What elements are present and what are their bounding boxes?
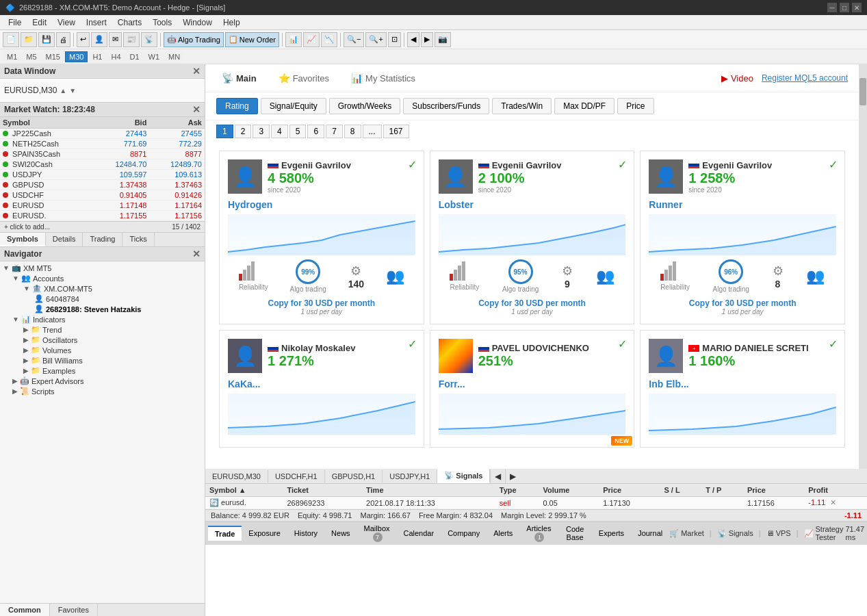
card-3-copy[interactable]: Copy for 30 USD per month 1 usd per day — [649, 298, 836, 316]
col-time[interactable]: Time — [362, 484, 495, 497]
card-3-name[interactable]: Runner — [649, 199, 836, 210]
card-4-name[interactable]: KaKa... — [228, 378, 415, 389]
signals-button[interactable]: 📡 — [141, 32, 157, 47]
undo-button[interactable]: ↩ — [77, 32, 90, 47]
mw-row[interactable]: USDJPY 109.597 109.613 — [0, 170, 205, 180]
page-5[interactable]: 5 — [289, 125, 307, 138]
menu-view[interactable]: View — [52, 16, 81, 29]
signals-nav-favorites[interactable]: ⭐ Favorites — [273, 70, 335, 86]
mw-col-bid[interactable]: Bid — [94, 117, 150, 129]
tree-acc-active[interactable]: 👤 26829188: Steven Hatzakis — [1, 304, 203, 314]
news-button[interactable]: 📰 — [123, 32, 140, 47]
data-window-prev[interactable]: ▲ — [60, 87, 66, 94]
mw-row[interactable]: EURUSD 1.17148 1.17164 — [0, 201, 205, 211]
mw-row[interactable]: EURUSD. 1.17155 1.17156 — [0, 211, 205, 221]
data-window-close[interactable]: ✕ — [192, 66, 200, 77]
zoom-in-button[interactable]: 🔍+ — [365, 32, 386, 47]
table-row[interactable]: 🔄 eurusd. 268969233 2021.08.17 18:11:33 … — [205, 497, 867, 509]
tree-accounts[interactable]: ▼ 👥 Accounts — [1, 273, 203, 283]
maximize-button[interactable]: □ — [840, 3, 849, 12]
signal-card-1[interactable]: 👤 Evgenii Gavrilov 4 580% since 2020 — [219, 151, 424, 324]
bottom-tab-history[interactable]: History — [287, 526, 324, 540]
chart-type-candle[interactable]: 📈 — [303, 32, 320, 47]
filter-rating[interactable]: Rating — [216, 98, 258, 114]
minimize-button[interactable]: ─ — [827, 3, 837, 12]
tf-d1[interactable]: D1 — [126, 51, 144, 62]
chart-tab-gbpusd[interactable]: GBPUSD,H1 — [325, 470, 383, 483]
signal-card-4[interactable]: 👤 Nikolay Moskalev 1 271% ✓ — [219, 330, 424, 448]
chart-type-line[interactable]: 📉 — [321, 32, 337, 47]
open-button[interactable]: 📁 — [21, 32, 37, 47]
card-2-name[interactable]: Lobster — [439, 199, 626, 210]
filter-trades-win[interactable]: Trades/Win — [492, 98, 552, 114]
page-4[interactable]: 4 — [271, 125, 288, 138]
tree-volumes[interactable]: ▶ 📁 Volumes — [1, 345, 203, 355]
profiles-button[interactable]: 👤 — [91, 32, 107, 47]
nav-tab-common[interactable]: Common — [0, 604, 50, 616]
signal-card-6[interactable]: 👤 MARIO DANIELE SCRETI 1 160% ✓ — [640, 330, 845, 448]
tf-w1[interactable]: W1 — [144, 51, 164, 62]
col-symbol[interactable]: Symbol ▲ — [205, 484, 283, 497]
bottom-tab-journal[interactable]: Journal — [631, 526, 669, 540]
tf-m5[interactable]: M5 — [22, 51, 40, 62]
menu-edit[interactable]: Edit — [27, 16, 52, 29]
mw-row[interactable]: GBPUSD 1.37438 1.37463 — [0, 180, 205, 190]
tf-m1[interactable]: M1 — [3, 51, 21, 62]
chart-tab-eurusd[interactable]: EURUSD,M30 — [205, 470, 268, 483]
bottom-tab-alerts[interactable]: Alerts — [487, 526, 519, 540]
filter-price[interactable]: Price — [617, 98, 654, 114]
signals-scroll-thumb[interactable] — [859, 78, 866, 105]
bottom-tab-calendar[interactable]: Calendar — [397, 526, 441, 540]
bottom-tab-mailbox[interactable]: Mailbox7 — [357, 522, 397, 545]
tf-h4[interactable]: H4 — [107, 51, 125, 62]
chart-tab-usdjpy[interactable]: USDJPY,H1 — [383, 470, 437, 483]
mw-row[interactable]: SPAIN35Cash 8871 8877 — [0, 149, 205, 159]
menu-window[interactable]: Window — [177, 16, 218, 29]
tool-strategy-tester[interactable]: 📈 Strategy Tester 71.47 ms — [804, 525, 865, 541]
zoom-out-button[interactable]: 🔍− — [344, 32, 364, 47]
mw-row[interactable]: USDCHF 0.91405 0.91426 — [0, 190, 205, 201]
register-link[interactable]: Register MQL5 account — [762, 73, 848, 83]
mw-row[interactable]: JP225Cash 27443 27455 — [0, 129, 205, 139]
card-6-name[interactable]: Inb Elb... — [649, 378, 836, 389]
data-window-header[interactable]: Data Window ✕ — [0, 64, 205, 79]
tf-h1[interactable]: H1 — [88, 51, 106, 62]
page-6[interactable]: 6 — [307, 125, 324, 138]
filter-max-dd[interactable]: Max DD/PF — [554, 98, 614, 114]
mw-col-symbol[interactable]: Symbol — [0, 117, 94, 129]
fit-button[interactable]: ⊡ — [388, 32, 401, 47]
signal-card-3[interactable]: 👤 Evgenii Gavrilov 1 258% since 2020 — [640, 151, 845, 324]
tree-trend[interactable]: ▶ 📁 Trend — [1, 324, 203, 335]
mw-row[interactable]: NETH25Cash 771.69 772.29 — [0, 139, 205, 149]
signal-card-5[interactable]: NEW PAVEL UDOVICHENKO 251% ✓ — [430, 330, 635, 448]
page-8[interactable]: 8 — [344, 125, 361, 138]
page-1[interactable]: 1 — [216, 125, 233, 138]
navigator-header[interactable]: Navigator ✕ — [0, 247, 205, 261]
page-167[interactable]: 167 — [383, 125, 409, 138]
page-7[interactable]: 7 — [326, 125, 343, 138]
chart-type-bar[interactable]: 📊 — [285, 32, 302, 47]
chart-tab-signals[interactable]: 📡 Signals — [437, 469, 490, 483]
tree-oscillators[interactable]: ▶ 📁 Oscillators — [1, 335, 203, 345]
tree-indicators[interactable]: ▼ 📊 Indicators — [1, 314, 203, 324]
col-ticket[interactable]: Ticket — [283, 484, 362, 497]
bottom-tab-experts[interactable]: Experts — [592, 526, 631, 540]
col-sl[interactable]: S / L — [660, 484, 701, 497]
tf-mn[interactable]: MN — [164, 51, 184, 62]
chart-tab-arrow-left[interactable]: ◀ — [490, 470, 505, 483]
menu-tools[interactable]: Tools — [147, 16, 177, 29]
card-2-copy[interactable]: Copy for 30 USD per month 1 usd per day — [439, 298, 626, 316]
close-button[interactable]: ✕ — [852, 3, 862, 12]
navigator-close[interactable]: ✕ — [192, 248, 200, 259]
tool-vps[interactable]: 🖥 VPS — [766, 529, 791, 537]
signals-nav-stats[interactable]: 📊 My Statistics — [346, 70, 421, 86]
col-tp[interactable]: T / P — [701, 484, 743, 497]
menu-file[interactable]: File — [3, 16, 27, 29]
new-order-button[interactable]: 📋 New Order — [225, 32, 279, 47]
tree-xmmt5[interactable]: ▼ 📺 XM MT5 — [1, 263, 203, 273]
filter-signal-equity[interactable]: Signal/Equity — [261, 98, 326, 114]
tree-acc-64048784[interactable]: 👤 64048784 — [1, 294, 203, 304]
mw-col-ask[interactable]: Ask — [149, 117, 205, 129]
menu-charts[interactable]: Charts — [112, 16, 147, 29]
tool-market[interactable]: 🛒 Market — [669, 529, 704, 538]
